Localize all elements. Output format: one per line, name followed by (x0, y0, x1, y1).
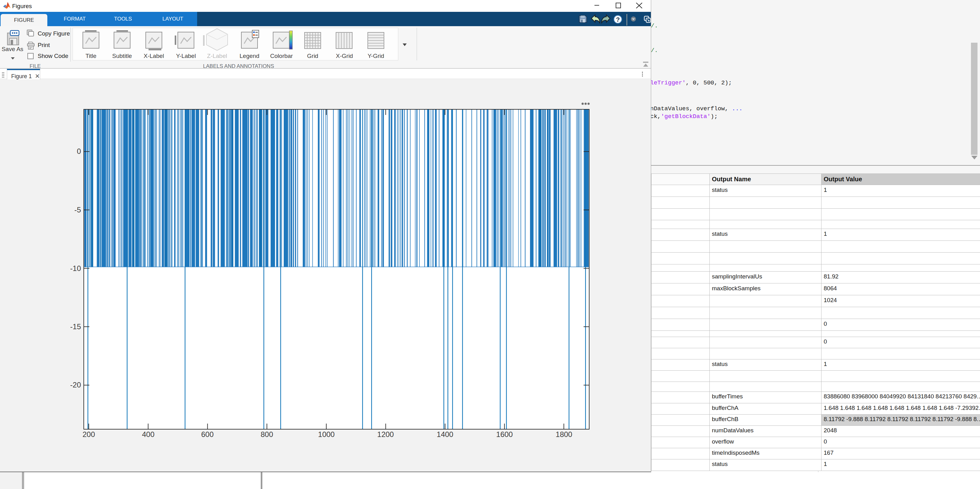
svg-text:?: ? (616, 16, 620, 23)
